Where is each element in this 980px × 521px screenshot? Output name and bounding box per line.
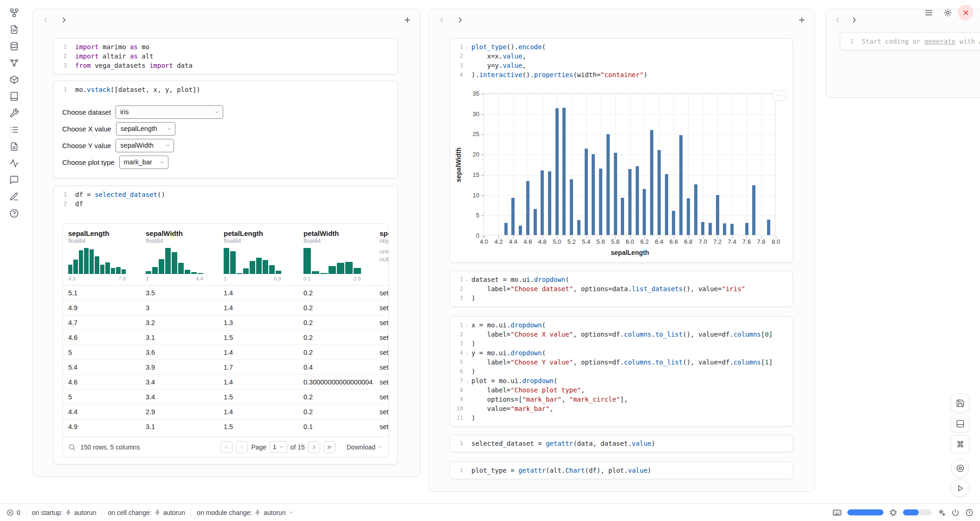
code-editor[interactable]: 1 Start coding or generate with AI xyxy=(840,33,980,50)
table-row[interactable]: 4.63.41.40.30000000000000004setosa xyxy=(63,375,388,390)
table-row[interactable]: 53.61.40.2setosa xyxy=(63,345,388,360)
column-prev-button[interactable] xyxy=(832,15,843,25)
column-header[interactable]: speciesobjectunique:nulls: xyxy=(374,228,389,285)
code-text[interactable]: plot = mo.ui.dropdown( xyxy=(471,377,557,384)
code-editor[interactable]: 1df = selected_dataset()2df xyxy=(54,186,397,212)
sitemap-rail-button[interactable] xyxy=(7,7,21,19)
code-text[interactable]: plot_type().encode( xyxy=(471,43,546,51)
generate-with-ai-link[interactable]: generate xyxy=(924,38,955,45)
help-rail-button[interactable] xyxy=(7,207,21,219)
code-editor[interactable]: 1plot_type = getattr(alt.Chart(df), plot… xyxy=(450,462,793,479)
dropdown-choose-dataset[interactable]: iris xyxy=(116,105,223,119)
code-editor[interactable]: 1selected_dataset = getattr(data, datase… xyxy=(450,435,793,452)
code-text[interactable]: from vega_datasets import data xyxy=(75,62,193,69)
code-text[interactable]: ) xyxy=(471,414,475,422)
page-select[interactable]: 1 xyxy=(270,441,287,453)
code-text[interactable]: x=x.value, xyxy=(471,52,526,60)
code-text[interactable]: import altair as alt xyxy=(75,52,154,60)
ai-sparkles-icon[interactable] xyxy=(937,508,946,517)
fold-chevron-icon[interactable]: ⌄ xyxy=(463,348,471,358)
autorun-setting-1[interactable]: on startup:autorun xyxy=(32,509,97,516)
prev-page-button[interactable] xyxy=(236,441,248,453)
column-next-button[interactable] xyxy=(59,15,69,25)
code-text[interactable]: label="Choose dataset", options=data.lis… xyxy=(471,285,745,293)
code-text[interactable]: plot_type = getattr(alt.Chart(df), plot.… xyxy=(471,467,651,474)
layout-toggle-button[interactable] xyxy=(951,414,969,433)
command-palette-button[interactable] xyxy=(951,435,969,453)
activity-rail-button[interactable] xyxy=(7,157,21,169)
column-next-button[interactable] xyxy=(455,15,465,25)
menu-button[interactable] xyxy=(921,5,936,20)
search-icon[interactable] xyxy=(68,443,76,451)
code-text[interactable]: label="Choose Y value", options=df.colum… xyxy=(471,358,773,366)
restart-kernel-icon[interactable] xyxy=(951,508,960,517)
code-text[interactable]: label="Choose X value", options=df.colum… xyxy=(471,331,773,338)
graph-rail-button[interactable] xyxy=(7,57,21,69)
last-page-button[interactable] xyxy=(323,441,335,453)
code-text[interactable]: dataset = mo.ui.dropdown( xyxy=(471,276,569,283)
code-text[interactable]: ).interactive().properties(width="contai… xyxy=(471,71,647,78)
history-clock-icon[interactable] xyxy=(965,508,974,517)
table-row[interactable]: 4.73.21.30.2setosa xyxy=(63,315,388,330)
code-text[interactable]: df = selected_dataset() xyxy=(75,191,165,198)
add-cell-button[interactable] xyxy=(797,15,807,25)
column-header[interactable]: sepalWidthfloat6424.4 xyxy=(140,228,218,285)
first-page-button[interactable] xyxy=(220,441,232,453)
column-prev-button[interactable] xyxy=(40,15,51,25)
column-header[interactable]: petalLengthfloat6416.9 xyxy=(218,228,298,285)
code-text[interactable]: y=y.value, xyxy=(471,62,526,69)
save-button[interactable] xyxy=(951,394,969,412)
code-text[interactable]: import marimo as mo xyxy=(75,43,149,51)
code-text[interactable]: mo.vstack([dataset, x, y, plot]) xyxy=(75,86,200,93)
book-rail-button[interactable] xyxy=(7,90,21,102)
altair-bar-chart[interactable]: sepalWidth sepalLength 051015202530354.0… xyxy=(484,93,775,235)
code-text[interactable]: y = mo.ui.dropdown( xyxy=(471,349,546,357)
file-text-rail-button[interactable] xyxy=(7,140,21,152)
code-editor[interactable]: 1mo.vstack([dataset, x, y, plot]) xyxy=(54,81,397,98)
column-header[interactable]: sepalLengthfloat644.37.9 xyxy=(63,228,140,285)
code-text[interactable]: df xyxy=(75,200,83,208)
code-text[interactable]: selected_dataset = getattr(data, dataset… xyxy=(471,440,655,447)
empty-cell-placeholder[interactable]: Start coding or generate with AI xyxy=(862,38,980,45)
fold-chevron-icon[interactable]: ⌄ xyxy=(463,42,471,52)
code-editor[interactable]: 1⌄plot_type().encode(2 x=x.value,3 y=y.v… xyxy=(450,39,793,83)
autorun-setting-3[interactable]: on module change:autorun xyxy=(197,509,294,516)
column-prev-button[interactable] xyxy=(437,15,447,25)
database-rail-button[interactable] xyxy=(7,40,21,52)
file-code-rail-button[interactable] xyxy=(7,23,21,35)
dropdown-choose-y-value[interactable]: sepalWidth xyxy=(116,139,174,152)
table-row[interactable]: 53.41.50.2setosa xyxy=(63,390,388,404)
dropdown-choose-x-value[interactable]: sepalLength xyxy=(116,122,175,136)
column-next-button[interactable] xyxy=(849,15,859,25)
fold-chevron-icon[interactable]: ⌄ xyxy=(463,320,471,330)
fold-chevron-icon[interactable]: ⌄ xyxy=(463,275,471,284)
keyboard-shortcuts-icon[interactable] xyxy=(832,508,842,517)
table-row[interactable]: 4.63.11.50.2setosa xyxy=(63,330,388,345)
table-row[interactable]: 4.93.11.50.1setosa xyxy=(63,419,388,434)
code-editor[interactable]: 1import marimo as mo2import altair as al… xyxy=(54,39,397,74)
settings-button[interactable] xyxy=(940,5,955,20)
table-row[interactable]: 5.43.91.70.4setosa xyxy=(63,360,388,375)
code-text[interactable]: options=["mark_bar", "mark_circle"], xyxy=(471,396,628,403)
fold-chevron-icon[interactable]: ⌄ xyxy=(463,376,471,385)
column-header[interactable]: petalWidthfloat640.12.5 xyxy=(298,228,374,285)
wrench-rail-button[interactable] xyxy=(7,107,21,119)
table-row[interactable]: 4.931.40.2setosa xyxy=(63,300,388,315)
code-text[interactable]: ) xyxy=(471,294,475,302)
next-page-button[interactable] xyxy=(308,441,320,453)
code-text[interactable]: x = mo.ui.dropdown( xyxy=(471,321,546,329)
code-editor[interactable]: 1⌄dataset = mo.ui.dropdown(2 label="Choo… xyxy=(450,271,793,306)
outline-rail-button[interactable] xyxy=(7,124,21,136)
add-cell-button[interactable] xyxy=(402,15,413,25)
chart-actions-button[interactable] xyxy=(772,91,786,101)
code-text[interactable]: value="mark_bar", xyxy=(471,405,554,412)
code-text[interactable]: ) xyxy=(471,340,475,347)
download-button[interactable]: Download xyxy=(347,443,383,451)
table-row[interactable]: 4.42.91.40.2setosa xyxy=(63,404,388,419)
autorun-setting-2[interactable]: on cell change:autorun xyxy=(108,509,185,516)
chat-rail-button[interactable] xyxy=(7,174,21,186)
code-text[interactable]: ) xyxy=(471,368,475,375)
error-count[interactable]: 0 xyxy=(6,509,20,516)
code-editor[interactable]: 1⌄x = mo.ui.dropdown(2 label="Choose X v… xyxy=(450,317,793,426)
run-all-button[interactable] xyxy=(951,479,969,497)
